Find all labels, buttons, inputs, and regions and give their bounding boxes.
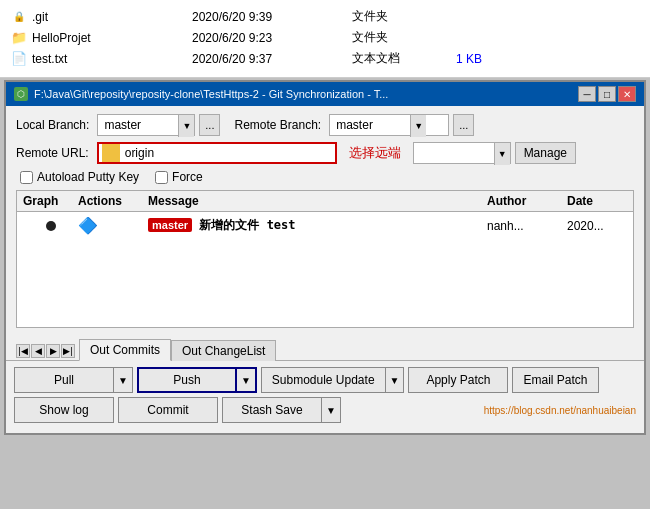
title-bar-left: ⬡ F:\Java\Git\reposity\reposity-clone\Te… [14,87,388,101]
autoload-putty-label: Autoload Putty Key [37,170,139,184]
checkbox-row: Autoload Putty Key Force [16,170,634,184]
col-header-actions: Actions [78,194,148,208]
file-row-helloprojet: 📁 HelloProjet 2020/6/20 9:23 文件夹 [10,27,640,48]
tab-nav-prev[interactable]: ◀ [31,344,45,358]
file-icon-testtxt: 📄 [10,52,28,66]
tab-nav-next[interactable]: ▶ [46,344,60,358]
force-label: Force [172,170,203,184]
button-row-1: Pull ▼ Push ▼ Submodule Update ▼ Apply P… [14,367,636,393]
commit-button[interactable]: Commit [118,397,218,423]
show-log-button[interactable]: Show log [14,397,114,423]
force-checkbox-item[interactable]: Force [155,170,203,184]
autoload-putty-checkbox-item[interactable]: Autoload Putty Key [20,170,139,184]
folder-icon-helloprojet: 📁 [10,31,28,45]
local-branch-value: master [98,115,178,135]
tab-out-commits[interactable]: Out Commits [79,339,171,361]
table-row[interactable]: 🔷 master 新增的文件 test nanh... 2020... [17,212,633,239]
local-branch-label: Local Branch: [16,118,89,132]
force-checkbox[interactable] [155,171,168,184]
remote-endpoint-value [414,143,494,163]
remote-branch-dots-button[interactable]: ... [453,114,474,136]
maximize-button[interactable]: □ [598,86,616,102]
stash-save-dropdown[interactable]: ▼ [322,397,341,423]
file-type-git: 文件夹 [352,8,432,25]
dialog-title: F:\Java\Git\reposity\reposity-clone\Test… [34,88,388,100]
col-header-author: Author [487,194,567,208]
graph-dot-cell [23,221,78,231]
file-type-helloprojet: 文件夹 [352,29,432,46]
tab-nav-first[interactable]: |◀ [16,344,30,358]
push-dropdown[interactable]: ▼ [237,367,257,393]
title-bar: ⬡ F:\Java\Git\reposity\reposity-clone\Te… [6,82,644,106]
remote-branch-value: master [330,115,410,135]
date-cell: 2020... [567,219,627,233]
tab-nav-arrows[interactable]: |◀ ◀ ▶ ▶| [16,344,75,360]
remote-branch-arrow[interactable]: ▼ [410,115,426,137]
submodule-update-button-group: Submodule Update ▼ [261,367,405,393]
file-name-helloprojet: HelloProjet [32,31,192,45]
file-size-testtxt: 1 KB [432,52,482,66]
autoload-putty-checkbox[interactable] [20,171,33,184]
file-type-testtxt: 文本文档 [352,50,432,67]
apply-patch-button[interactable]: Apply Patch [408,367,508,393]
col-header-graph: Graph [23,194,78,208]
stash-save-button-group: Stash Save ▼ [222,397,341,423]
pull-button[interactable]: Pull [14,367,114,393]
button-row-2: Show log Commit Stash Save ▼ https://blo… [14,397,636,423]
url-folder-icon [102,144,120,162]
tab-out-changelist[interactable]: Out ChangeList [171,340,276,361]
remote-endpoint-select[interactable]: ▼ [413,142,511,164]
email-patch-button[interactable]: Email Patch [512,367,598,393]
file-date-git: 2020/6/20 9:39 [192,10,352,24]
file-row-testtxt: 📄 test.txt 2020/6/20 9:37 文本文档 1 KB [10,48,640,69]
commit-dot [46,221,56,231]
remote-branch-label: Remote Branch: [234,118,321,132]
submodule-update-button[interactable]: Submodule Update [261,367,386,393]
branch-badge: master [148,218,192,232]
close-button[interactable]: ✕ [618,86,636,102]
col-header-message: Message [148,194,487,208]
bottom-area: Pull ▼ Push ▼ Submodule Update ▼ Apply P… [6,360,644,433]
table-header: Graph Actions Message Author Date [17,191,633,212]
action-cell: 🔷 [78,216,148,235]
remote-branch-select[interactable]: master ▼ [329,114,449,136]
manage-button[interactable]: Manage [515,142,576,164]
commit-table: Graph Actions Message Author Date 🔷 mast… [16,190,634,328]
message-cell: master 新增的文件 test [148,217,487,234]
table-body: 🔷 master 新增的文件 test nanh... 2020... [17,212,633,327]
title-bar-buttons[interactable]: ─ □ ✕ [578,86,636,102]
col-header-date: Date [567,194,627,208]
stash-save-button[interactable]: Stash Save [222,397,322,423]
file-row-git: 🔒 .git 2020/6/20 9:39 文件夹 [10,6,640,27]
minimize-button[interactable]: ─ [578,86,596,102]
branch-row: Local Branch: master ▼ ... Remote Branch… [16,114,634,136]
tabs-area: |◀ ◀ ▶ ▶| Out Commits Out ChangeList [6,338,644,360]
watermark-text: https://blog.csdn.net/nanhuaibeian [484,405,636,416]
local-branch-dots-button[interactable]: ... [199,114,220,136]
git-sync-dialog: ⬡ F:\Java\Git\reposity\reposity-clone\Te… [4,80,646,435]
url-row: Remote URL: origin 选择远端 ▼ Manage [16,142,634,164]
pull-dropdown[interactable]: ▼ [114,367,133,393]
local-branch-select[interactable]: master ▼ [97,114,195,136]
tab-nav-last[interactable]: ▶| [61,344,75,358]
commit-message-text: 新增的文件 test [199,218,295,232]
pull-button-group: Pull ▼ [14,367,133,393]
remote-url-input[interactable]: origin [97,142,337,164]
dialog-icon: ⬡ [14,87,28,101]
select-remote-label: 选择远端 [349,144,401,162]
commit-button-group: Commit [118,397,218,423]
file-name-git: .git [32,10,192,24]
file-name-testtxt: test.txt [32,52,192,66]
push-button[interactable]: Push [137,367,237,393]
remote-endpoint-arrow[interactable]: ▼ [494,143,510,165]
local-branch-arrow[interactable]: ▼ [178,115,194,137]
git-icon: 🔒 [10,10,28,24]
file-date-helloprojet: 2020/6/20 9:23 [192,31,352,45]
submodule-update-dropdown[interactable]: ▼ [386,367,405,393]
commit-message-bold: 新增的文件 test [199,218,295,232]
remote-url-label: Remote URL: [16,146,89,160]
remote-url-value: origin [123,146,335,160]
action-push-icon: 🔷 [78,217,98,234]
file-date-testtxt: 2020/6/20 9:37 [192,52,352,66]
author-cell: nanh... [487,219,567,233]
